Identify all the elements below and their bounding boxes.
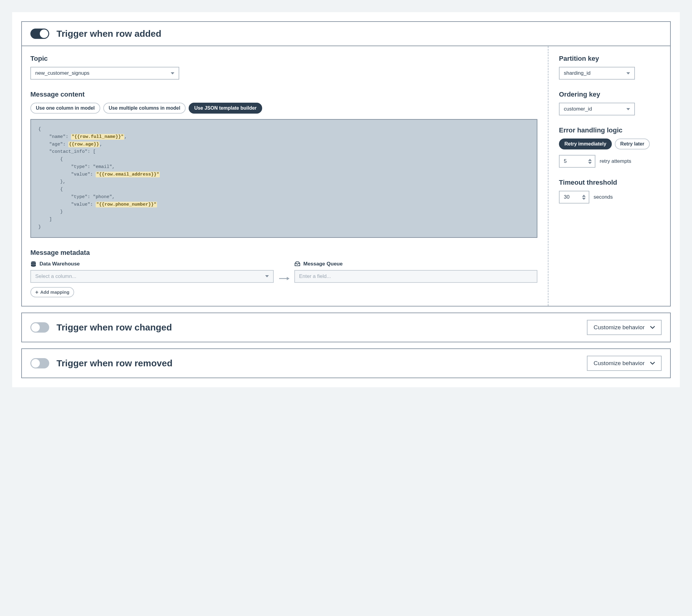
topic-select[interactable]: new_customer_signups <box>30 67 179 80</box>
partition-key-value: sharding_id <box>564 70 590 76</box>
toggle-row-added[interactable] <box>30 28 49 39</box>
trigger-panel-row-removed: Trigger when row removed Customize behav… <box>21 348 671 378</box>
plus-icon: + <box>35 289 39 295</box>
customize-behavior-button[interactable]: Customize behavior <box>587 320 662 335</box>
toggle-knob <box>31 359 40 368</box>
content-mode-pill[interactable]: Use multiple columns in model <box>103 103 186 114</box>
chevron-down-icon <box>626 72 630 74</box>
customize-behavior-button[interactable]: Customize behavior <box>587 356 662 371</box>
metadata-column-placeholder: Select a column... <box>35 273 76 280</box>
metadata-label: Message metadata <box>30 249 537 257</box>
trigger-title: Trigger when row changed <box>57 322 580 333</box>
database-icon <box>30 261 37 267</box>
trigger-header: Trigger when row added <box>22 22 670 46</box>
toggle-row-changed[interactable] <box>30 322 49 333</box>
chevron-down-icon <box>650 326 655 329</box>
customize-label: Customize behavior <box>593 324 645 331</box>
timeout-value: 30 <box>564 194 569 200</box>
partition-key-label: Partition key <box>559 55 662 63</box>
svg-marker-3 <box>287 277 289 280</box>
retry-attempts-input[interactable]: 5 <box>559 155 596 168</box>
arrow-right-icon <box>279 276 289 283</box>
stepper-icon <box>588 159 592 164</box>
add-mapping-label: Add mapping <box>40 289 69 295</box>
timeout-suffix: seconds <box>593 194 613 200</box>
metadata-column-select[interactable]: Select a column... <box>30 270 274 283</box>
toggle-row-removed[interactable] <box>30 358 49 369</box>
chevron-down-icon <box>650 362 655 365</box>
metadata-field-input[interactable]: Enter a field... <box>294 270 538 283</box>
metadata-mq-label: Message Queue <box>303 261 343 267</box>
customize-label: Customize behavior <box>593 360 645 367</box>
json-template-editor[interactable]: { "name": "{{row.full_name}}", "age": {{… <box>30 119 537 238</box>
trigger-title: Trigger when row removed <box>57 358 580 369</box>
error-handling-label: Error handling logic <box>559 126 662 134</box>
timeout-label: Timeout threshold <box>559 179 662 186</box>
chevron-down-icon <box>265 275 269 277</box>
retry-attempts-suffix: retry attempts <box>600 158 631 164</box>
chevron-down-icon <box>626 108 630 110</box>
toggle-knob <box>40 29 48 38</box>
chevron-down-icon <box>171 72 174 74</box>
content-mode-pill[interactable]: Use JSON template builder <box>189 103 262 114</box>
retry-attempts-value: 5 <box>564 158 566 164</box>
trigger-panel-row-added: Trigger when row added Topic new_custome… <box>21 21 671 307</box>
content-mode-pill[interactable]: Use one column in model <box>30 103 100 114</box>
partition-key-select[interactable]: sharding_id <box>559 67 635 80</box>
error-mode-pill[interactable]: Retry immediately <box>559 138 612 150</box>
ordering-key-select[interactable]: customer_id <box>559 103 635 115</box>
inbox-icon <box>294 261 300 267</box>
error-mode-pill[interactable]: Retry later <box>615 138 650 150</box>
toggle-knob <box>31 323 40 332</box>
ordering-key-value: customer_id <box>564 106 592 112</box>
message-content-label: Message content <box>30 90 537 98</box>
topic-label: Topic <box>30 55 537 63</box>
ordering-key-label: Ordering key <box>559 90 662 98</box>
add-mapping-button[interactable]: + Add mapping <box>30 287 74 298</box>
trigger-title: Trigger when row added <box>57 28 662 39</box>
stepper-icon <box>582 195 586 200</box>
topic-value: new_customer_signups <box>35 70 90 76</box>
timeout-input[interactable]: 30 <box>559 191 589 203</box>
metadata-field-placeholder: Enter a field... <box>299 273 331 280</box>
trigger-panel-row-changed: Trigger when row changed Customize behav… <box>21 312 671 342</box>
metadata-dw-label: Data Warehouse <box>40 261 80 267</box>
